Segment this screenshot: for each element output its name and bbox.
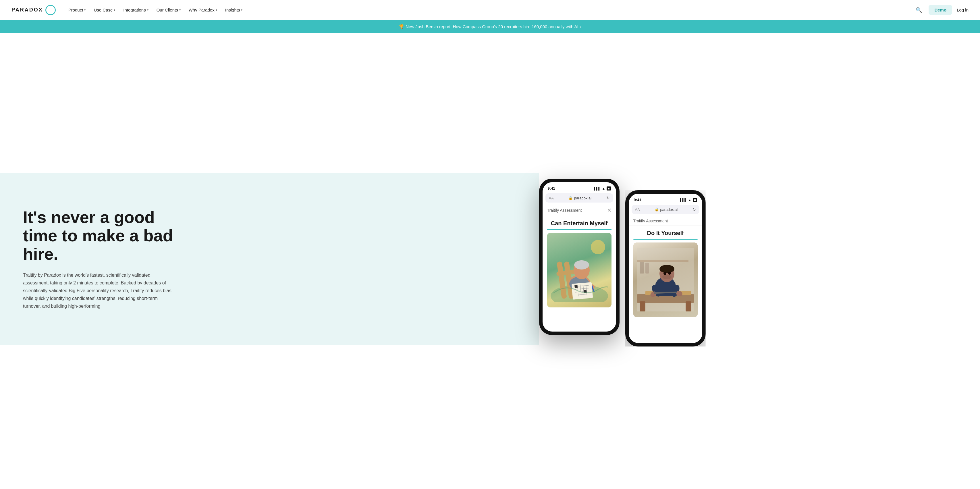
svg-rect-39 <box>637 260 689 262</box>
phone-1-url: paradox.ai <box>574 196 592 200</box>
battery-icon: ■ <box>607 186 611 191</box>
phone-2-content-header: Traitify Assessment <box>629 216 702 226</box>
phone-1-screen: 9:41 ▌▌▌ ▲ ■ AA 🔒 paradox.ai ↻ <box>542 182 616 331</box>
lock-icon: 🔒 <box>655 207 659 212</box>
phone-1-content-header: Traitify Assessment ✕ <box>542 204 616 216</box>
nav-items-container: Product ▾ Use Case ▾ Integrations ▾ Our … <box>65 5 914 15</box>
demo-button[interactable]: Demo <box>929 5 952 15</box>
close-icon[interactable]: ✕ <box>607 207 611 213</box>
hero-left-content: It's never a good time to make a bad hir… <box>0 173 539 346</box>
phone-1-card-underline <box>547 229 611 230</box>
phone-2-address-bar: AA 🔒 paradox.ai ↻ <box>632 205 699 214</box>
nav-item-insights[interactable]: Insights ▾ <box>222 5 246 15</box>
phone-2-card-image <box>633 242 698 317</box>
banner-link[interactable]: 🏆 New Josh Bersin report: How Compass Gr… <box>399 24 581 29</box>
chevron-down-icon: ▾ <box>216 8 217 11</box>
hero-right-phones: 9:41 ▌▌▌ ▲ ■ AA 🔒 paradox.ai ↻ <box>539 173 980 346</box>
phone-2-card-title: Do It Yourself <box>629 226 702 239</box>
phone-2-screen: 9:41 ▌▌▌ ▲ ■ AA 🔒 paradox.ai ↻ <box>629 194 702 343</box>
phone-2-section-label: Traitify Assessment <box>633 219 668 223</box>
main-navigation: PARADOX Product ▾ Use Case ▾ Integration… <box>0 0 980 20</box>
chevron-down-icon: ▾ <box>147 8 148 11</box>
signal-icon: ▌▌▌ <box>680 198 687 202</box>
login-link[interactable]: Log in <box>957 8 969 12</box>
nav-right-actions: 🔍 Demo Log in <box>914 5 969 15</box>
hero-description: Traitify by Paradox is the world's faste… <box>23 271 172 310</box>
nav-item-use-case[interactable]: Use Case ▾ <box>90 5 119 15</box>
phone-1-section-label: Traitify Assessment <box>547 208 582 213</box>
phone-2-url: paradox.ai <box>660 207 678 212</box>
hero-section: It's never a good time to make a bad hir… <box>0 33 980 485</box>
svg-point-21 <box>591 240 605 254</box>
svg-point-37 <box>663 272 667 275</box>
phone-1-time: 9:41 <box>548 186 555 191</box>
phone-2-card-underline <box>633 239 698 240</box>
logo-text: PARADOX <box>11 7 43 13</box>
phone-1-card-title: Can Entertain Myself <box>542 216 616 229</box>
chevron-down-icon: ▾ <box>179 8 181 11</box>
phone-1-card-image <box>547 233 611 307</box>
diy-person-illustration <box>637 248 694 311</box>
search-button[interactable]: 🔍 <box>914 5 924 15</box>
refresh-icon: ↻ <box>606 196 610 200</box>
svg-point-30 <box>659 265 675 273</box>
banner-emoji: 🏆 <box>399 24 404 29</box>
svg-point-7 <box>574 260 589 269</box>
banner-text: New Josh Bersin report: How Compass Grou… <box>406 24 581 29</box>
chevron-down-icon: ▾ <box>241 8 242 11</box>
chevron-down-icon: ▾ <box>84 8 86 11</box>
phone-1-status-icons: ▌▌▌ ▲ ■ <box>594 186 611 191</box>
svg-rect-41 <box>645 263 649 274</box>
battery-icon: ■ <box>693 198 697 202</box>
wifi-icon: ▲ <box>688 198 691 202</box>
svg-rect-25 <box>686 301 691 311</box>
phone-1-address-bar: AA 🔒 paradox.ai ↻ <box>546 193 613 202</box>
lock-icon: 🔒 <box>568 196 573 200</box>
announcement-banner[interactable]: 🏆 New Josh Bersin report: How Compass Gr… <box>0 20 980 33</box>
svg-point-38 <box>668 272 671 275</box>
phone-2-status-icons: ▌▌▌ ▲ ■ <box>680 198 697 202</box>
svg-rect-10 <box>571 282 593 299</box>
wifi-icon: ▲ <box>602 187 605 190</box>
nav-item-product[interactable]: Product ▾ <box>65 5 89 15</box>
refresh-icon: ↻ <box>692 207 696 212</box>
logo-link[interactable]: PARADOX <box>11 5 56 15</box>
signal-icon: ▌▌▌ <box>594 187 601 190</box>
crossword-person-illustration <box>550 239 608 302</box>
phone-mockup-1: 9:41 ▌▌▌ ▲ ■ AA 🔒 paradox.ai ↻ <box>539 179 619 335</box>
svg-rect-19 <box>574 285 578 288</box>
nav-item-integrations[interactable]: Integrations ▾ <box>120 5 152 15</box>
chevron-down-icon: ▾ <box>114 8 115 11</box>
phone-2-time: 9:41 <box>634 198 641 202</box>
phone-mockup-2: 9:41 ▌▌▌ ▲ ■ AA 🔒 paradox.ai ↻ <box>625 190 706 347</box>
svg-rect-24 <box>640 301 645 311</box>
logo-circle-icon <box>45 5 56 15</box>
svg-point-31 <box>662 275 671 279</box>
nav-item-our-clients[interactable]: Our Clients ▾ <box>153 5 184 15</box>
svg-rect-40 <box>640 262 644 274</box>
hero-title: It's never a good time to make a bad hir… <box>23 208 184 263</box>
nav-item-why-paradox[interactable]: Why Paradox ▾ <box>185 5 221 15</box>
